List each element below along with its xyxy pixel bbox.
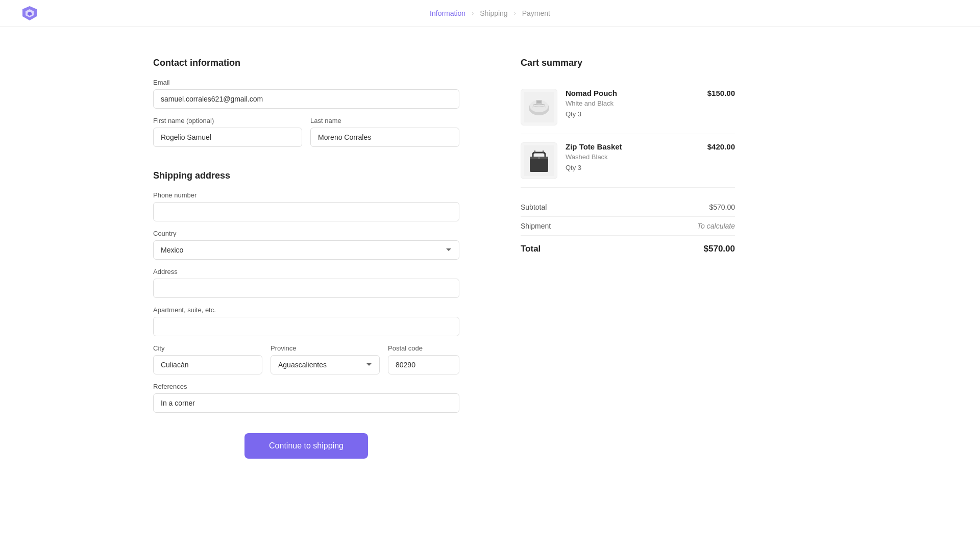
apartment-group: Apartment, suite, etc. [153,306,459,336]
address-input[interactable] [153,279,459,298]
last-name-group: Last name [310,117,459,147]
last-name-label: Last name [310,117,459,124]
shipping-section-title: Shipping address [153,170,459,181]
shipment-row: Shipment To calculate [521,217,735,236]
first-name-group: First name (optional) [153,117,302,147]
first-name-input[interactable] [153,128,302,147]
contact-section-title: Contact information [153,58,459,68]
logo-area [20,4,39,22]
apartment-label: Apartment, suite, etc. [153,306,459,314]
name-row: First name (optional) Last name [153,117,459,155]
nav-step-information[interactable]: Information [430,9,465,17]
nav-step-shipping[interactable]: Shipping [480,9,508,17]
city-province-postal-row: City Province Aguascalientes Postal code [153,344,459,383]
city-label: City [153,344,262,352]
zip-tote-image [521,142,557,179]
cart-summary-title: Cart summary [521,58,735,68]
cart-item-nomad-pouch: Nomad Pouch White and Black Qty 3 $150.0… [521,81,735,134]
cart-item-zip-tote: Zip Tote Basket Washed Black Qty 3 $420.… [521,134,735,188]
country-select[interactable]: Mexico [153,240,459,260]
zip-tote-qty: Qty 3 [566,164,699,171]
nav-separator-1: › [472,10,474,17]
references-group: References [153,383,459,413]
province-select[interactable]: Aguascalientes [271,355,380,374]
nav-separator-2: › [514,10,516,17]
nomad-pouch-svg [524,92,554,122]
svg-rect-7 [537,101,541,103]
email-input[interactable] [153,89,459,109]
nomad-pouch-qty: Qty 3 [566,110,699,118]
nav-step-payment[interactable]: Payment [522,9,550,17]
zip-tote-name: Zip Tote Basket [566,142,699,151]
postal-group: Postal code [388,344,459,374]
city-group: City [153,344,262,374]
shipment-value: To calculate [697,222,735,230]
nomad-pouch-price: $150.00 [707,89,735,97]
svg-point-14 [538,157,540,159]
zip-tote-svg [524,145,554,176]
subtotal-value: $570.00 [709,203,735,211]
zip-tote-details: Zip Tote Basket Washed Black Qty 3 [566,142,699,171]
cart-totals: Subtotal $570.00 Shipment To calculate T… [521,198,735,254]
last-name-input[interactable] [310,128,459,147]
email-group: Email [153,79,459,109]
province-label: Province [271,344,380,352]
left-panel: Contact information Email First name (op… [153,58,459,459]
references-label: References [153,383,459,390]
subtotal-row: Subtotal $570.00 [521,198,735,217]
phone-group: Phone number [153,191,459,221]
province-group: Province Aguascalientes [271,344,380,374]
nomad-pouch-details: Nomad Pouch White and Black Qty 3 [566,89,699,118]
nomad-pouch-name: Nomad Pouch [566,89,699,97]
first-name-label: First name (optional) [153,117,302,124]
continue-to-shipping-button[interactable]: Continue to shipping [244,433,368,459]
zip-tote-variant: Washed Black [566,153,699,161]
store-logo-icon [20,4,39,22]
phone-label: Phone number [153,191,459,199]
total-label: Total [521,244,541,254]
postal-label: Postal code [388,344,459,352]
apartment-input[interactable] [153,317,459,336]
total-value: $570.00 [704,244,735,254]
address-label: Address [153,268,459,276]
svg-rect-9 [530,158,548,172]
right-panel: Cart summary Nomad Pouch White and Black… [521,58,735,459]
nomad-pouch-variant: White and Black [566,99,699,107]
nomad-pouch-image [521,89,557,126]
email-label: Email [153,79,459,86]
phone-input[interactable] [153,202,459,221]
continue-btn-area: Continue to shipping [153,433,459,459]
shipping-section: Shipping address Phone number Country Me… [153,170,459,413]
city-input[interactable] [153,355,262,374]
checkout-nav: Information › Shipping › Payment [430,9,550,17]
total-row: Total $570.00 [521,236,735,254]
subtotal-label: Subtotal [521,203,547,211]
address-group: Address [153,268,459,298]
zip-tote-price: $420.00 [707,142,735,151]
shipment-label: Shipment [521,222,551,230]
country-group: Country Mexico [153,230,459,260]
references-input[interactable] [153,393,459,413]
postal-input[interactable] [388,355,459,374]
country-label: Country [153,230,459,237]
